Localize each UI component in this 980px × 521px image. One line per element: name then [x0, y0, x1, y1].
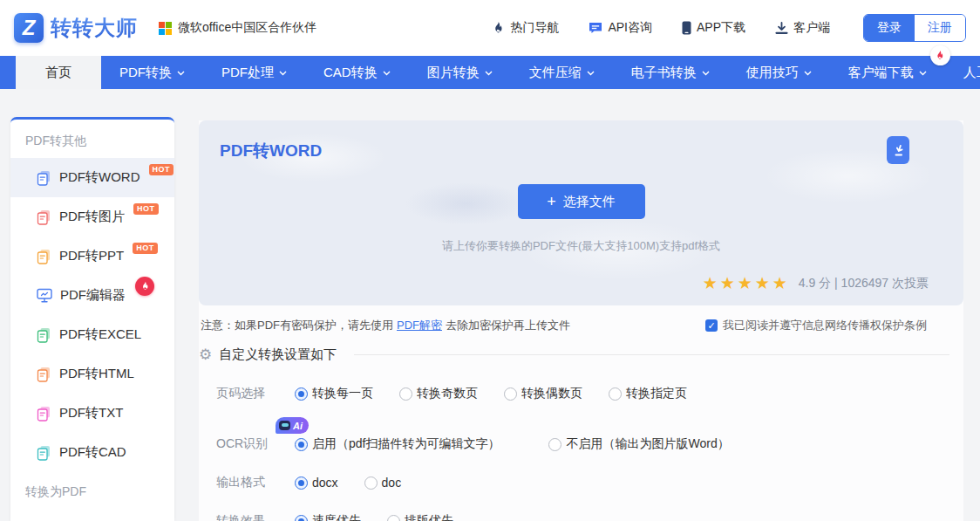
chevron-down-icon	[383, 69, 391, 76]
sidebar-item-pdf-to-image[interactable]: PDF转图片 HOT	[10, 197, 174, 237]
api-link[interactable]: API咨询	[589, 20, 652, 36]
client-link[interactable]: 客户端	[775, 20, 830, 36]
client-label: 客户端	[793, 20, 830, 36]
sidebar-item-pdf-editor[interactable]: PDF编辑器	[10, 276, 174, 315]
logo-z-icon: Z	[14, 13, 44, 43]
radio-speed-first[interactable]: 速度优先	[295, 513, 361, 521]
doc-icon	[37, 327, 51, 343]
radio-ocr-enable[interactable]: 启用（pdf扫描件转为可编辑文字）	[295, 436, 500, 452]
nav-pdf-convert[interactable]: PDF转换	[101, 56, 203, 89]
monitor-icon	[37, 288, 52, 303]
radio-icon	[295, 515, 308, 521]
gear-icon: ⚙	[199, 347, 212, 362]
settings-title: 自定义转换设置如下	[219, 346, 337, 363]
radio-ocr-disable[interactable]: 不启用（输出为图片版Word）	[548, 436, 729, 452]
header: Z 转转大师 微软office中国区合作伙伴 热门导航 API咨询 APP下载 …	[0, 0, 980, 56]
partner-text: 微软office中国区合作伙伴	[178, 20, 316, 36]
download-icon	[775, 22, 788, 35]
checkbox-checked-icon[interactable]: ✓	[705, 319, 718, 332]
sidebar-item-pdf-to-word[interactable]: PDF转WORD HOT	[10, 158, 174, 197]
chevron-down-icon	[919, 69, 927, 76]
radio-icon	[548, 438, 561, 451]
radio-odd-pages[interactable]: 转换奇数页	[399, 386, 478, 401]
chevron-down-icon	[485, 69, 493, 76]
nav-image-convert[interactable]: 图片转换	[409, 56, 511, 89]
radio-icon	[295, 438, 308, 451]
nav-tips[interactable]: 使用技巧	[728, 56, 830, 89]
radio-icon	[295, 387, 308, 401]
radio-even-pages[interactable]: 转换偶数页	[504, 386, 582, 401]
form-label: 输出格式	[216, 475, 277, 490]
hot-nav-label: 热门导航	[510, 20, 559, 36]
api-label: API咨询	[608, 20, 652, 36]
upload-banner: PDF转WORD + 选择文件 请上传你要转换的PDF文件(最大支持100M)支…	[199, 120, 963, 305]
nav-cad-convert[interactable]: CAD转换	[305, 56, 409, 89]
nav-pdf-process[interactable]: PDF处理	[203, 56, 305, 89]
radio-icon	[399, 387, 412, 401]
agreement-checkbox-row[interactable]: ✓ 我已阅读并遵守信息网络传播权保护条例	[705, 318, 927, 333]
chevron-down-icon	[279, 69, 287, 76]
star-rating[interactable]: ★★★★★	[703, 273, 790, 293]
nav-file-compress[interactable]: 文件压缩	[511, 56, 613, 89]
form-row-output-format: 输出格式 docx doc	[216, 475, 963, 490]
page-title: PDF转WORD	[220, 140, 322, 162]
microsoft-logo-icon	[159, 22, 172, 35]
register-button[interactable]: 注册	[915, 15, 965, 41]
flame-icon	[492, 21, 505, 35]
plus-icon: +	[547, 194, 556, 209]
radio-every-page[interactable]: 转换每一页	[295, 386, 373, 401]
batch-download-icon[interactable]	[887, 136, 909, 164]
chevron-down-icon	[804, 69, 812, 76]
login-button[interactable]: 登录	[864, 15, 915, 41]
radio-icon	[364, 476, 378, 490]
sidebar: PDF转其他 PDF转WORD HOT PDF转图片 HOT PDF转PPT H…	[10, 117, 174, 521]
sidebar-item-pdf-to-cad[interactable]: PDF转CAD	[10, 433, 174, 472]
page: Z 转转大师 微软office中国区合作伙伴 热门导航 API咨询 APP下载 …	[0, 0, 980, 521]
radio-doc[interactable]: doc	[364, 476, 402, 490]
app-download-label: APP下载	[697, 20, 745, 36]
sidebar-item-pdf-to-txt[interactable]: PDF转TXT	[10, 394, 174, 433]
radio-icon	[504, 387, 517, 401]
settings-header: ⚙ 自定义转换设置如下	[199, 346, 963, 363]
form-label: 页码选择	[216, 386, 277, 401]
chat-icon	[589, 22, 602, 35]
upload-hint: 请上传你要转换的PDF文件(最大支持100M)支持pdf格式	[199, 238, 963, 254]
hot-badge: HOT	[133, 203, 159, 215]
radio-icon	[609, 387, 622, 401]
sidebar-section-pdf-to-other: PDF转其他	[10, 120, 174, 158]
chevron-down-icon	[587, 69, 595, 76]
hot-badge: HOT	[133, 243, 158, 254]
pdf-decrypt-link[interactable]: PDF解密	[397, 319, 442, 332]
app-download-link[interactable]: APP下载	[682, 20, 745, 36]
chevron-down-icon	[702, 69, 710, 76]
select-file-button[interactable]: + 选择文件	[518, 184, 645, 219]
nav-client-download[interactable]: 客户端下载	[830, 56, 945, 89]
site-logo[interactable]: Z 转转大师	[14, 13, 138, 43]
sidebar-item-pdf-to-ppt[interactable]: PDF转PPT HOT	[10, 237, 174, 276]
rating-text: 4.9 分 | 1026497 次投票	[799, 276, 929, 291]
ai-badge: Ai	[276, 417, 309, 434]
sidebar-item-pdf-to-html[interactable]: PDF转HTML	[10, 354, 174, 394]
radio-icon	[295, 476, 308, 490]
nav-home[interactable]: 首页	[16, 56, 101, 89]
sidebar-item-pdf-to-excel[interactable]: PDF转EXCEL	[10, 315, 174, 354]
radio-docx[interactable]: docx	[295, 476, 338, 490]
nav-manual-convert[interactable]: 人工转换 HOT	[945, 56, 980, 89]
hot-nav-link[interactable]: 热门导航	[492, 20, 559, 36]
logo-text: 转转大师	[51, 14, 138, 42]
password-note: 注意：如果PDF有密码保护，请先使用PDF解密去除加密保护再上传文件	[201, 318, 570, 333]
radio-specified-pages[interactable]: 转换指定页	[609, 386, 687, 401]
nav-ebook-convert[interactable]: 电子书转换	[613, 56, 728, 89]
form-row-convert-effect: 转换效果 速度优先 排版优先	[216, 513, 963, 521]
radio-layout-first[interactable]: 排版优先	[387, 513, 453, 521]
doc-icon	[37, 406, 51, 422]
chevron-down-icon	[177, 69, 185, 76]
rating: ★★★★★ 4.9 分 | 1026497 次投票	[703, 273, 929, 293]
partner-badge: 微软office中国区合作伙伴	[159, 20, 316, 36]
doc-icon	[37, 209, 51, 225]
divider	[354, 354, 949, 355]
form-row-page-select: 页码选择 转换每一页 转换奇数页 转换偶数页 转换指定页	[216, 386, 963, 401]
flame-badge-icon	[135, 277, 154, 296]
auth-buttons: 登录 注册	[863, 14, 966, 42]
doc-icon	[37, 445, 51, 461]
